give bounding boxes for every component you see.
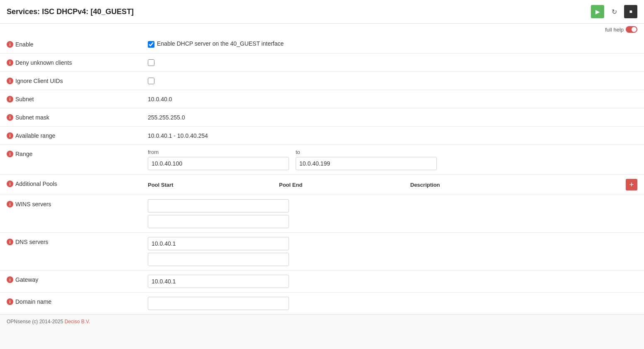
additional-pools-label-cell: i Additional Pools bbox=[7, 179, 148, 187]
pool-end-header: Pool End bbox=[279, 182, 404, 188]
dns-servers-info-icon: i bbox=[7, 239, 13, 245]
domain-name-label: Domain name bbox=[15, 298, 51, 305]
gateway-row: i Gateway bbox=[0, 271, 644, 293]
additional-pools-row: i Additional Pools Pool Start Pool End D… bbox=[0, 175, 644, 195]
gateway-value-cell bbox=[148, 275, 637, 288]
page-header: Services: ISC DHCPv4: [40_GUEST] ▶ ↻ ■ bbox=[0, 0, 644, 24]
range-label-cell: i Range bbox=[7, 149, 148, 157]
enable-row: i Enable Enable DHCP server on the 40_GU… bbox=[0, 35, 644, 54]
dns-servers-label: DNS servers bbox=[15, 239, 48, 245]
wins-server-2-input[interactable] bbox=[148, 215, 289, 228]
ignore-uids-value-cell bbox=[148, 76, 637, 84]
subnet-mask-info-icon: i bbox=[7, 114, 13, 121]
dns-server-2-input[interactable] bbox=[148, 253, 289, 266]
domain-name-label-cell: i Domain name bbox=[7, 297, 148, 305]
footer-copyright: OPNsense (c) 2014-2025 bbox=[7, 319, 63, 325]
stop-button[interactable]: ■ bbox=[624, 5, 637, 18]
subnet-mask-value: 255.255.255.0 bbox=[148, 112, 637, 121]
domain-name-input[interactable] bbox=[148, 297, 289, 310]
range-label: Range bbox=[15, 151, 32, 157]
wins-server-1-input[interactable] bbox=[148, 199, 289, 212]
range-value-cell: from to bbox=[148, 149, 637, 170]
ignore-uids-info-icon: i bbox=[7, 78, 13, 84]
deny-unknown-label-cell: i Deny unknown clients bbox=[7, 58, 148, 66]
gateway-label-cell: i Gateway bbox=[7, 275, 148, 283]
range-from-label: from bbox=[148, 149, 289, 155]
subnet-mask-label: Subnet mask bbox=[15, 114, 49, 121]
subnet-row: i Subnet 10.0.40.0 bbox=[0, 90, 644, 108]
additional-pools-value-cell: Pool Start Pool End Description + bbox=[148, 179, 637, 190]
footer-link[interactable]: Deciso B.V. bbox=[64, 319, 90, 325]
subnet-value: 10.0.40.0 bbox=[148, 94, 637, 103]
form-container: i Enable Enable DHCP server on the 40_GU… bbox=[0, 35, 644, 314]
deny-unknown-info-icon: i bbox=[7, 59, 13, 66]
available-range-info-icon: i bbox=[7, 132, 13, 139]
range-from-input[interactable] bbox=[148, 157, 289, 170]
enable-value-cell: Enable DHCP server on the 40_GUEST inter… bbox=[148, 39, 637, 48]
page-title: Services: ISC DHCPv4: [40_GUEST] bbox=[7, 7, 134, 16]
dns-servers-label-cell: i DNS servers bbox=[7, 237, 148, 245]
dns-servers-row: i DNS servers bbox=[0, 233, 644, 271]
enable-checkbox-label[interactable]: Enable DHCP server on the 40_GUEST inter… bbox=[148, 39, 637, 48]
domain-name-info-icon: i bbox=[7, 298, 13, 305]
wins-servers-label: WINS servers bbox=[15, 201, 51, 207]
enable-label: Enable bbox=[15, 41, 34, 48]
enable-checkbox-text: Enable DHCP server on the 40_GUEST inter… bbox=[157, 40, 284, 47]
play-button[interactable]: ▶ bbox=[591, 5, 604, 18]
ignore-uids-checkbox[interactable] bbox=[148, 78, 154, 84]
pools-header: Pool Start Pool End Description + bbox=[148, 179, 637, 190]
subnet-label-cell: i Subnet bbox=[7, 94, 148, 103]
range-inputs-row: from to bbox=[148, 149, 637, 170]
domain-name-row: i Domain name bbox=[0, 293, 644, 314]
dns-server-1-input[interactable] bbox=[148, 237, 289, 250]
gateway-info-icon: i bbox=[7, 276, 13, 283]
pool-start-header: Pool Start bbox=[148, 182, 272, 188]
subnet-label: Subnet bbox=[15, 96, 34, 103]
full-help-label: full help bbox=[605, 26, 637, 33]
deny-unknown-label: Deny unknown clients bbox=[15, 59, 72, 66]
pool-description-header: Description bbox=[410, 182, 619, 188]
deny-unknown-value-cell bbox=[148, 58, 637, 66]
subnet-mask-label-cell: i Subnet mask bbox=[7, 112, 148, 121]
gateway-label: Gateway bbox=[15, 276, 38, 283]
header-actions: ▶ ↻ ■ bbox=[591, 5, 637, 18]
available-range-label: Available range bbox=[15, 132, 55, 139]
additional-pools-info-icon: i bbox=[7, 181, 13, 187]
available-range-value: 10.0.40.1 - 10.0.40.254 bbox=[148, 131, 637, 139]
range-from-col: from bbox=[148, 149, 289, 170]
ignore-uids-row: i Ignore Client UIDs bbox=[0, 72, 644, 90]
enable-info-icon: i bbox=[7, 41, 13, 48]
reload-button[interactable]: ↻ bbox=[607, 5, 621, 18]
gateway-input[interactable] bbox=[148, 275, 289, 288]
range-row: i Range from to bbox=[0, 145, 644, 175]
subnet-mask-row: i Subnet mask 255.255.255.0 bbox=[0, 108, 644, 127]
dns-servers-value-cell bbox=[148, 237, 637, 266]
add-pool-button[interactable]: + bbox=[626, 179, 637, 190]
wins-servers-value-cell bbox=[148, 199, 637, 228]
subnet-info-icon: i bbox=[7, 96, 13, 103]
additional-pools-label: Additional Pools bbox=[15, 181, 57, 187]
footer: OPNsense (c) 2014-2025 Deciso B.V. bbox=[0, 314, 644, 329]
full-help-row: full help bbox=[0, 24, 644, 35]
available-range-label-cell: i Available range bbox=[7, 131, 148, 139]
wins-servers-row: i WINS servers bbox=[0, 195, 644, 233]
range-info-icon: i bbox=[7, 151, 13, 157]
full-help-toggle[interactable] bbox=[626, 26, 637, 33]
subnet-value-cell: 10.0.40.0 bbox=[148, 94, 637, 103]
range-to-col: to bbox=[296, 149, 437, 170]
ignore-uids-label-cell: i Ignore Client UIDs bbox=[7, 76, 148, 84]
enable-label-cell: i Enable bbox=[7, 39, 148, 48]
range-to-input[interactable] bbox=[296, 157, 437, 170]
deny-unknown-row: i Deny unknown clients bbox=[0, 54, 644, 72]
deny-unknown-checkbox[interactable] bbox=[148, 59, 154, 66]
available-range-value-cell: 10.0.40.1 - 10.0.40.254 bbox=[148, 131, 637, 139]
available-range-row: i Available range 10.0.40.1 - 10.0.40.25… bbox=[0, 127, 644, 145]
subnet-mask-value-cell: 255.255.255.0 bbox=[148, 112, 637, 121]
enable-checkbox[interactable] bbox=[148, 41, 154, 48]
ignore-uids-label: Ignore Client UIDs bbox=[15, 78, 63, 84]
domain-name-value-cell bbox=[148, 297, 637, 310]
wins-servers-info-icon: i bbox=[7, 201, 13, 207]
range-to-label: to bbox=[296, 149, 437, 155]
wins-servers-label-cell: i WINS servers bbox=[7, 199, 148, 207]
